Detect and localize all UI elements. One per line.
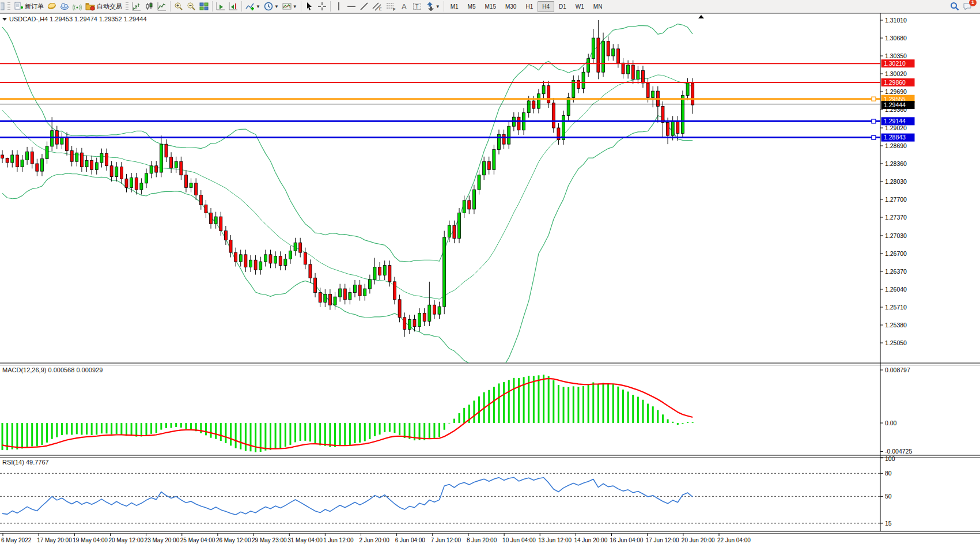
horizontal-line-icon — [347, 2, 356, 11]
zoom-out-button[interactable] — [185, 1, 198, 12]
svg-text:1.28690: 1.28690 — [885, 142, 907, 149]
svg-text:0.008797: 0.008797 — [885, 367, 910, 373]
chart-window[interactable]: 1.310101.306801.303501.300201.296901.293… — [0, 13, 980, 544]
text-icon: A — [400, 2, 409, 11]
svg-text:2 Jun 20:00: 2 Jun 20:00 — [360, 537, 390, 543]
coin-button[interactable] — [46, 1, 58, 12]
notifications-button[interactable]: 1 — [961, 1, 974, 12]
template-chart-icon — [282, 2, 292, 11]
cloud-button[interactable] — [58, 1, 71, 12]
rsi-panel — [0, 473, 880, 523]
chart-shift-marker — [698, 15, 704, 18]
timeframe-H4[interactable]: H4 — [538, 1, 554, 12]
timeframe-W1[interactable]: W1 — [571, 1, 589, 12]
svg-text:29 May 23:00: 29 May 23:00 — [252, 537, 287, 543]
svg-text:-0.004725: -0.004725 — [885, 448, 912, 455]
dropdown-caret-icon: ▼ — [256, 4, 260, 9]
timeframe-M5[interactable]: M5 — [463, 1, 480, 12]
new-order-button[interactable]: 新订单 — [12, 1, 46, 12]
dropdown-caret-icon: ▼ — [436, 4, 440, 9]
cursor-button[interactable] — [303, 1, 316, 12]
indicators-button[interactable]: ▼ — [244, 1, 262, 12]
horizontal-line-button[interactable] — [345, 1, 358, 12]
svg-text:17 Jun 12:00: 17 Jun 12:00 — [646, 537, 679, 543]
svg-text:1.28360: 1.28360 — [885, 160, 907, 167]
chart-canvas[interactable]: 1.310101.306801.303501.300201.296901.293… — [0, 13, 980, 544]
text-label-icon: T — [413, 2, 422, 11]
svg-text:6 Jun 04:00: 6 Jun 04:00 — [395, 537, 426, 543]
equidistant-channel-icon: E — [372, 2, 383, 11]
svg-text:17 May 20:00: 17 May 20:00 — [37, 537, 72, 543]
svg-text:7 Jun 12:00: 7 Jun 12:00 — [431, 537, 461, 543]
svg-text:1.29444: 1.29444 — [884, 101, 906, 108]
timeframe-H1[interactable]: H1 — [521, 1, 538, 12]
templates-button[interactable]: ▼ — [281, 1, 299, 12]
svg-text:100: 100 — [885, 455, 895, 462]
time-axis: 6 May 202217 May 20:0019 May 04:0020 May… — [1, 534, 751, 544]
fibonacci-button[interactable]: F — [384, 1, 398, 12]
svg-text:14 Jun 20:00: 14 Jun 20:00 — [574, 537, 607, 543]
svg-text:1.30210: 1.30210 — [884, 60, 906, 67]
svg-text:F: F — [393, 7, 395, 12]
svg-text:26 May 12:00: 26 May 12:00 — [216, 537, 251, 543]
svg-text:1.31010: 1.31010 — [885, 17, 907, 24]
signal-button[interactable] — [71, 1, 84, 12]
svg-text:1.28030: 1.28030 — [885, 178, 907, 185]
svg-text:1.30350: 1.30350 — [885, 52, 907, 59]
clipped-icon[interactable] — [0, 1, 6, 12]
svg-text:10 Jun 04:00: 10 Jun 04:00 — [502, 537, 536, 543]
timeframe-M15[interactable]: M15 — [480, 1, 501, 12]
trendline-button[interactable] — [358, 1, 370, 12]
svg-text:A: A — [402, 2, 407, 11]
timeframe-MN[interactable]: MN — [589, 1, 607, 12]
timeframe-group: M1M5M15M30H1H4D1W1MN — [446, 1, 607, 12]
svg-text:1.29144: 1.29144 — [884, 118, 906, 124]
search-button[interactable] — [948, 1, 961, 12]
horizontal-level-lines — [0, 63, 880, 139]
text-button[interactable]: A — [398, 1, 411, 12]
svg-text:1.29860: 1.29860 — [884, 79, 906, 86]
zoom-in-icon — [174, 2, 183, 11]
chart-shift-button[interactable] — [227, 1, 240, 12]
zoom-in-button[interactable] — [172, 1, 185, 12]
toolbar-grip[interactable] — [126, 2, 128, 11]
vertical-line-icon — [334, 2, 343, 11]
svg-text:19 May 04:00: 19 May 04:00 — [73, 537, 108, 543]
add-indicator-icon — [245, 2, 255, 11]
text-label-button[interactable]: T — [411, 1, 423, 12]
dropdown-caret-icon: ▼ — [293, 4, 297, 9]
autotrading-button[interactable]: 自动交易 — [84, 1, 124, 12]
svg-text:1.27030: 1.27030 — [885, 232, 907, 239]
candlestick-chart-icon — [145, 2, 154, 11]
tile-windows-button[interactable] — [198, 1, 210, 12]
bar-chart-button[interactable] — [130, 1, 143, 12]
arrows-button[interactable]: ▼ — [423, 1, 442, 12]
svg-text:20 Jun 20:00: 20 Jun 20:00 — [682, 537, 715, 543]
timeframe-D1[interactable]: D1 — [554, 1, 571, 12]
signal-icon — [73, 2, 82, 11]
svg-text:1.29690: 1.29690 — [885, 88, 907, 95]
svg-text:80: 80 — [885, 470, 892, 477]
toolbar-grip[interactable] — [7, 2, 10, 11]
fibonacci-icon: F — [386, 2, 396, 11]
svg-text:1.25710: 1.25710 — [885, 304, 907, 311]
autotrading-folder-icon — [85, 2, 95, 11]
timeframe-M30[interactable]: M30 — [501, 1, 521, 12]
new-order-label: 新订单 — [25, 2, 44, 11]
auto-scroll-button[interactable] — [214, 1, 227, 12]
crosshair-button[interactable] — [316, 1, 328, 12]
candlestick-chart-button[interactable] — [143, 1, 156, 12]
line-chart-icon — [157, 2, 167, 11]
periods-button[interactable]: ▼ — [262, 1, 281, 12]
dropdown-caret-icon: ▼ — [274, 4, 279, 9]
line-chart-button[interactable] — [156, 1, 168, 12]
timeframe-M1[interactable]: M1 — [446, 1, 463, 12]
arrows-icon — [425, 2, 434, 11]
svg-text:16 Jun 04:00: 16 Jun 04:00 — [610, 537, 644, 543]
svg-text:31 May 04:00: 31 May 04:00 — [287, 537, 323, 543]
svg-text:8 Jun 20:00: 8 Jun 20:00 — [467, 537, 497, 543]
equidistant-channel-button[interactable]: E — [370, 1, 384, 12]
new-order-icon — [14, 2, 23, 11]
vertical-line-button[interactable] — [332, 1, 345, 12]
svg-text:1.25380: 1.25380 — [885, 322, 907, 328]
